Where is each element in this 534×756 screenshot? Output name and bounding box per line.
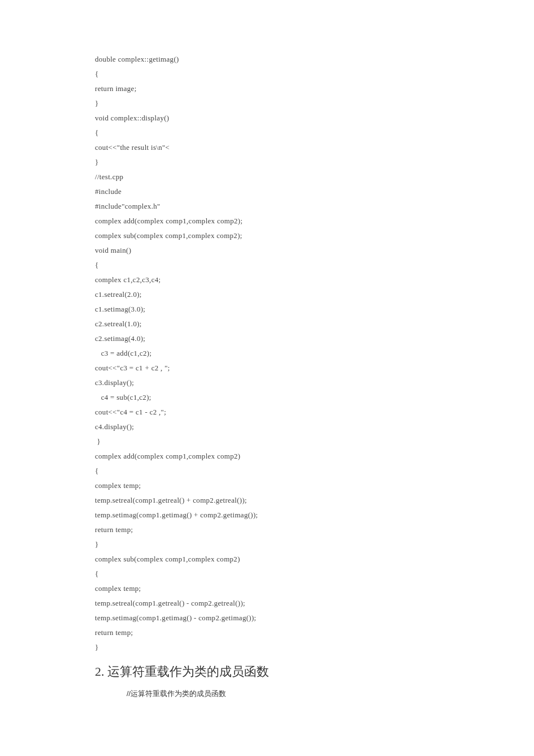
code-line: double complex::getimag() bbox=[95, 52, 534, 67]
code-line: complex temp; bbox=[95, 478, 534, 493]
code-line: complex add(complex comp1,complex comp2)… bbox=[95, 214, 534, 228]
code-line: complex temp; bbox=[95, 581, 534, 596]
code-line: #include bbox=[95, 184, 534, 199]
code-line: c3 = add(c1,c2); bbox=[95, 346, 534, 361]
code-line: cout<<"the result is\n"< bbox=[95, 140, 534, 155]
code-line: c1.setimag(3.0); bbox=[95, 302, 534, 317]
code-line: } bbox=[95, 434, 534, 449]
code-line: c4 = sub(c1,c2); bbox=[95, 390, 534, 405]
section-heading: 2. 运算符重载作为类的成员函数 bbox=[95, 660, 534, 683]
code-line: c4.display(); bbox=[95, 420, 534, 434]
code-line: complex sub(complex comp1,complex comp2)… bbox=[95, 228, 534, 243]
code-line: c2.setimag(4.0); bbox=[95, 331, 534, 346]
code-line: } bbox=[95, 537, 534, 552]
code-line: complex sub(complex comp1,complex comp2) bbox=[95, 552, 534, 567]
code-line: void complex::display() bbox=[95, 111, 534, 126]
code-line: { bbox=[95, 567, 534, 581]
code-line: c3.display(); bbox=[95, 375, 534, 390]
code-line: //test.cpp bbox=[95, 170, 534, 184]
code-line: { bbox=[95, 67, 534, 81]
code-line: { bbox=[95, 126, 534, 140]
code-line: cout<<"c3 = c1 + c2 , "; bbox=[95, 361, 534, 375]
code-line: cout<<"c4 = c1 - c2 ,"; bbox=[95, 405, 534, 420]
code-line: temp.setimag(comp1.getimag() + comp2.get… bbox=[95, 508, 534, 522]
code-line: { bbox=[95, 258, 534, 273]
code-line: return image; bbox=[95, 81, 534, 96]
code-line: } bbox=[95, 155, 534, 170]
code-line: complex add(complex comp1,complex comp2) bbox=[95, 449, 534, 464]
code-line: #include"complex.h" bbox=[95, 199, 534, 214]
code-comment: //运算符重载作为类的成员函数 bbox=[95, 689, 534, 699]
code-line: } bbox=[95, 96, 534, 111]
code-line: temp.setreal(comp1.getreal() + comp2.get… bbox=[95, 493, 534, 508]
code-line: c2.setreal(1.0); bbox=[95, 317, 534, 331]
code-line: return temp; bbox=[95, 625, 534, 640]
document-page: double complex::getimag() { return image… bbox=[0, 0, 534, 756]
code-line: complex c1,c2,c3,c4; bbox=[95, 273, 534, 287]
code-line: void main() bbox=[95, 243, 534, 258]
code-line: return temp; bbox=[95, 522, 534, 537]
code-line: } bbox=[95, 640, 534, 655]
code-line: { bbox=[95, 464, 534, 478]
code-line: c1.setreal(2.0); bbox=[95, 287, 534, 302]
code-line: temp.setreal(comp1.getreal() - comp2.get… bbox=[95, 596, 534, 611]
code-line: temp.setimag(comp1.getimag() - comp2.get… bbox=[95, 611, 534, 625]
